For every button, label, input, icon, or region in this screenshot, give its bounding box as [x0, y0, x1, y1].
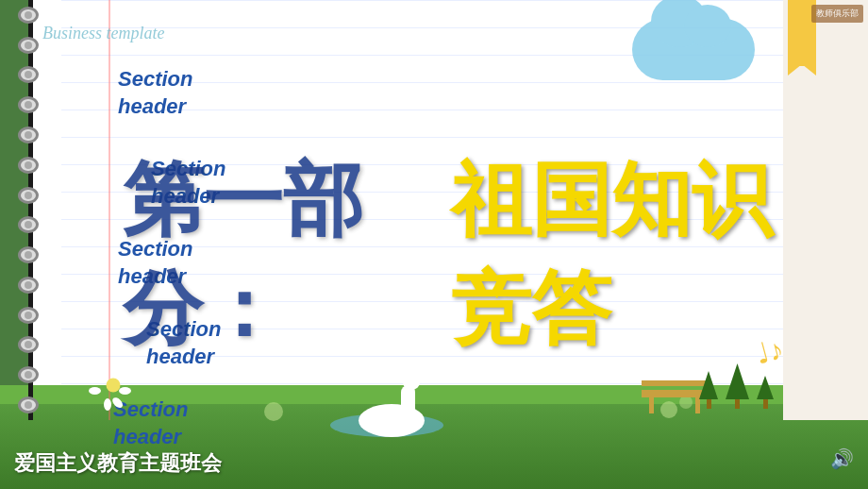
slide-container: Business template Section header Section…: [0, 0, 868, 489]
daisy-decoration: [94, 366, 132, 404]
spiral-ring: [18, 366, 39, 383]
top-right-label: 教师俱乐部: [811, 5, 863, 23]
tree-top: [757, 376, 774, 399]
spiral-ring: [18, 187, 39, 204]
chinese-text: 祖国知识竞答: [451, 146, 840, 363]
swan-decoration: [359, 404, 425, 437]
tree-2: [726, 363, 749, 409]
tree-3: [757, 376, 774, 409]
spiral-ring: [18, 66, 39, 83]
daisy-center: [107, 379, 121, 393]
spiral-ring: [18, 216, 39, 233]
bench-decoration: [642, 380, 708, 413]
swan-body: [359, 404, 425, 437]
cloud-shape: [632, 19, 755, 80]
section-header-5: Section header: [113, 396, 188, 450]
spiral-ring: [18, 157, 39, 174]
bench-leg-left: [649, 395, 654, 413]
spiral-ring: [18, 277, 39, 294]
margin-line: [108, 0, 110, 420]
spiral-ring: [18, 126, 39, 143]
spiral-ring: [18, 396, 39, 413]
spiral-ring: [18, 307, 39, 324]
bottom-text: 爱国主义教育主题班会: [14, 449, 222, 478]
spiral-binding: [9, 0, 47, 420]
watermark-text: Business template: [42, 24, 164, 43]
spiral-ring: [18, 246, 39, 263]
tree-trunk: [763, 399, 768, 409]
tree-top: [699, 371, 718, 399]
spiral-ring: [18, 96, 39, 113]
tree-trunk: [735, 399, 740, 409]
tree-1: [699, 371, 718, 409]
section-header-1: Section header: [118, 66, 192, 120]
bench-back: [642, 380, 708, 386]
grass-circle-3: [264, 402, 283, 421]
spiral-ring: [18, 336, 39, 353]
spiral-ring: [18, 37, 39, 54]
swan-head: [403, 376, 420, 390]
tree-top: [726, 363, 749, 399]
chinese-number: 第一部分：: [123, 146, 446, 363]
chinese-heading: 第一部分： 祖国知识竞答: [123, 146, 840, 363]
speaker-icon: 🔊: [830, 447, 854, 470]
spiral-ring: [18, 7, 39, 24]
cloud-decoration: [632, 19, 755, 80]
tree-trunk: [707, 399, 711, 409]
